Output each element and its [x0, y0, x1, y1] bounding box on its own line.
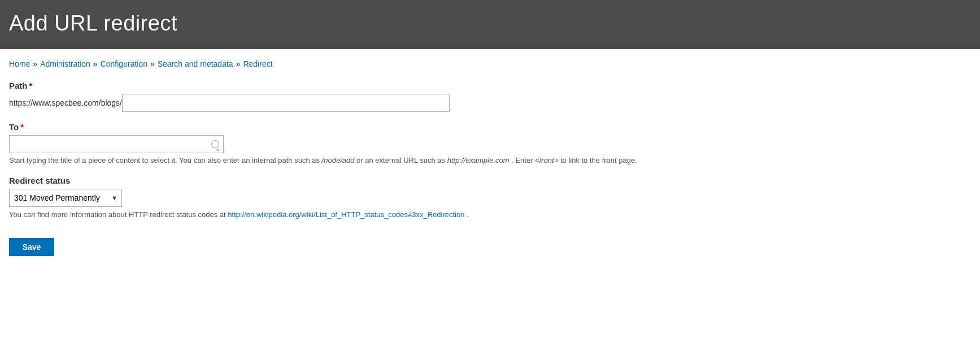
save-button[interactable]: Save [9, 238, 54, 256]
to-input-wrapper [9, 135, 224, 153]
page-title: Add URL redirect [9, 11, 971, 36]
redirect-status-label: Redirect status [9, 176, 971, 185]
path-prefix: https://www.specbee.com/blogs/ [9, 98, 122, 107]
page-header: Add URL redirect [0, 0, 980, 49]
breadcrumb-sep-4: » [236, 59, 241, 68]
breadcrumb-configuration[interactable]: Configuration [101, 59, 147, 68]
breadcrumb: Home » Administration » Configuration » … [9, 59, 971, 68]
redirect-status-link[interactable]: http://en.wikipedia.org/wiki/List_of_HTT… [228, 210, 464, 219]
breadcrumb-search-metadata[interactable]: Search and metadata [158, 59, 233, 68]
path-input[interactable] [122, 94, 450, 112]
to-required-star: * [20, 122, 24, 132]
to-input[interactable] [9, 135, 224, 153]
breadcrumb-sep-3: » [150, 59, 155, 68]
breadcrumb-sep-1: » [33, 59, 37, 68]
to-label: To * [9, 122, 971, 132]
redirect-status-select-wrapper: 301 Moved Permanently 302 Found 303 See … [9, 189, 122, 207]
main-content: Home » Administration » Configuration » … [0, 49, 980, 273]
redirect-status-group: Redirect status 301 Moved Permanently 30… [9, 176, 971, 219]
path-required-star: * [29, 81, 33, 90]
breadcrumb-sep-2: » [93, 59, 98, 68]
path-label: Path * [9, 81, 971, 90]
path-field-group: Path * https://www.specbee.com/blogs/ [9, 81, 971, 112]
redirect-status-select[interactable]: 301 Moved Permanently 302 Found 303 See … [9, 189, 122, 207]
to-hint-text: Start typing the title of a piece of con… [9, 155, 856, 166]
breadcrumb-home[interactable]: Home [9, 59, 30, 68]
to-field-group: To * Start typing the title of a piece o… [9, 122, 971, 166]
path-input-wrapper: https://www.specbee.com/blogs/ [9, 94, 971, 112]
breadcrumb-administration[interactable]: Administration [40, 59, 90, 68]
redirect-status-hint: You can find more information about HTTP… [9, 210, 971, 219]
breadcrumb-redirect[interactable]: Redirect [243, 59, 272, 68]
